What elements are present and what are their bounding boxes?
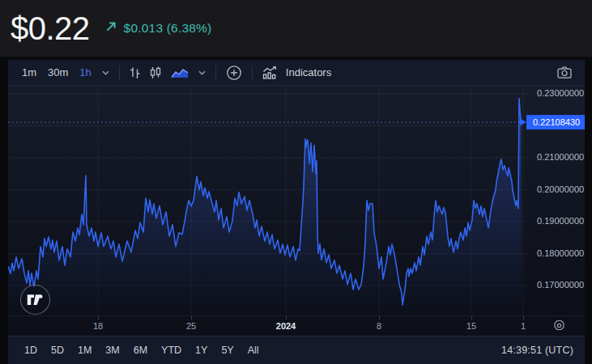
area-chart-type-icon-active[interactable] bbox=[166, 63, 194, 83]
time-axis-tick bbox=[379, 316, 380, 320]
time-axis-tick bbox=[286, 316, 287, 320]
interval-button-30m[interactable]: 30m bbox=[42, 63, 74, 83]
range-button-5Y[interactable]: 5Y bbox=[216, 341, 238, 359]
time-axis-label-1: 1 bbox=[521, 321, 526, 331]
chart-type-dropdown-chevron-icon[interactable] bbox=[194, 63, 211, 83]
price-header: $0.22 $0.013 (6.38%) bbox=[0, 0, 592, 57]
current-price-badge-label: 0.22108430 bbox=[533, 117, 580, 127]
price-change: $0.013 (6.38%) bbox=[124, 21, 212, 36]
range-button-All[interactable]: All bbox=[243, 341, 264, 359]
toolbar-separator bbox=[119, 66, 120, 80]
time-axis-tick bbox=[523, 316, 524, 320]
range-button-3M[interactable]: 3M bbox=[100, 341, 124, 359]
y-axis-label: 0.18000000 bbox=[537, 248, 584, 258]
time-axis-label-2024: 2024 bbox=[276, 321, 296, 331]
price-chart-canvas[interactable]: 0.230000000.220000000.210000000.20000000… bbox=[8, 86, 585, 315]
time-axis[interactable]: 182520248151 bbox=[8, 315, 585, 336]
time-axis-label-8: 8 bbox=[377, 321, 381, 331]
chart-widget: 1m30m1h bbox=[8, 60, 585, 364]
bars-chart-type-icon[interactable] bbox=[125, 63, 145, 83]
current-price: $0.22 bbox=[11, 11, 90, 47]
y-axis-label: 0.17000000 bbox=[537, 280, 584, 290]
compare-add-icon[interactable] bbox=[221, 63, 247, 83]
interval-dropdown-chevron-icon[interactable] bbox=[97, 63, 114, 83]
toolbar-separator bbox=[215, 66, 216, 80]
range-button-YTD[interactable]: YTD bbox=[156, 341, 186, 359]
interval-button-1m[interactable]: 1m bbox=[16, 63, 42, 83]
y-axis-label: 0.23000000 bbox=[537, 88, 584, 98]
time-axis-tick bbox=[191, 316, 192, 320]
range-button-1M[interactable]: 1M bbox=[73, 341, 96, 359]
time-axis-label-15: 15 bbox=[466, 321, 476, 331]
clock-utc[interactable]: 14:39:51 (UTC) bbox=[501, 345, 573, 356]
toolbar-separator bbox=[252, 66, 253, 80]
time-axis-tick bbox=[471, 316, 472, 320]
chart-toolbar: 1m30m1h bbox=[8, 60, 585, 86]
range-button-1Y[interactable]: 1Y bbox=[190, 341, 212, 359]
time-axis-label-18: 18 bbox=[93, 321, 103, 331]
y-axis-label: 0.19000000 bbox=[537, 216, 584, 226]
range-button-5D[interactable]: 5D bbox=[46, 341, 69, 359]
y-axis-label: 0.20000000 bbox=[537, 184, 584, 194]
range-toolbar: 1D5D1M3M6MYTD1Y5YAll 14:39:51 (UTC) bbox=[8, 336, 585, 364]
interval-buttons: 1m30m1h bbox=[16, 63, 97, 83]
axis-settings-gear-icon[interactable] bbox=[553, 320, 565, 335]
candles-chart-type-icon[interactable] bbox=[145, 63, 166, 83]
interval-button-1h[interactable]: 1h bbox=[74, 63, 96, 83]
up-arrow-icon bbox=[104, 20, 117, 36]
y-axis-label: 0.21000000 bbox=[537, 152, 584, 162]
indicators-button-label[interactable]: Indicators bbox=[286, 66, 331, 78]
time-axis-tick bbox=[98, 316, 99, 320]
camera-snapshot-icon[interactable] bbox=[552, 63, 577, 83]
tradingview-logo[interactable] bbox=[20, 285, 50, 315]
range-button-6M[interactable]: 6M bbox=[129, 341, 152, 359]
price-chart-area[interactable]: 0.230000000.220000000.210000000.20000000… bbox=[8, 86, 585, 315]
range-buttons: 1D5D1M3M6MYTD1Y5YAll bbox=[19, 341, 268, 359]
time-axis-label-25: 25 bbox=[186, 321, 196, 331]
indicators-icon[interactable] bbox=[258, 63, 283, 83]
range-button-1D[interactable]: 1D bbox=[19, 341, 42, 359]
